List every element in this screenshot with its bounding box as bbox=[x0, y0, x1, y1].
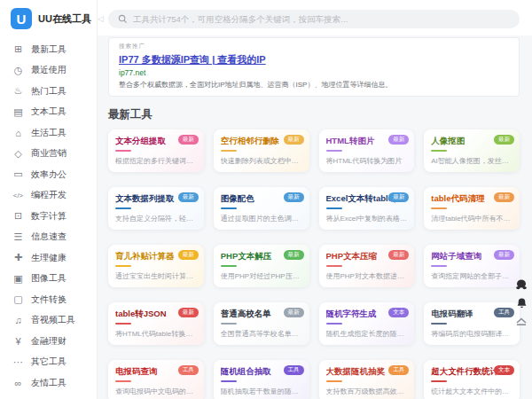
sidebar-item-office[interactable]: ▭效率办公 bbox=[0, 164, 97, 185]
service-widget-icon[interactable] bbox=[515, 279, 528, 290]
tool-card-desc: 通过提取图片的主色调，生... bbox=[221, 214, 302, 223]
tool-card-desc: 将HTML代码转换为图片 bbox=[326, 156, 408, 166]
sidebar-item-links[interactable]: ∞友情工具 bbox=[0, 372, 97, 394]
search-input[interactable] bbox=[133, 14, 510, 24]
search-icon bbox=[118, 14, 128, 24]
tool-card[interactable]: PHP文本压缩使用PHP对文本数据进行压...最新 bbox=[319, 245, 415, 287]
tool-card[interactable]: table代码清理清理table代码中所有不需要...最新 bbox=[424, 187, 520, 230]
briefcase-icon: ⌂ bbox=[12, 128, 24, 138]
status-badge: 最新 bbox=[388, 250, 409, 260]
sidebar-item-life[interactable]: ⌂生活工具 bbox=[0, 122, 97, 144]
status-badge: 工具 bbox=[494, 308, 514, 317]
sidebar-item-hot[interactable]: ♨热门工具 bbox=[0, 81, 97, 102]
sidebar-item-label: 编程开发 bbox=[31, 189, 66, 201]
tool-card[interactable]: Excel文本转table代码将从Excel中复制的表格快速...最新 bbox=[319, 187, 415, 230]
notification-bell-icon[interactable] bbox=[516, 297, 528, 309]
title-underline bbox=[221, 380, 237, 382]
tool-card-title: 育儿补贴计算器 bbox=[115, 251, 184, 262]
tool-card[interactable]: 育儿补贴计算器通过宝宝出生时间计算可领...最新 bbox=[108, 245, 204, 287]
title-underline bbox=[326, 265, 342, 267]
sidebar-item-fileconv[interactable]: ▢文件转换 bbox=[0, 289, 97, 310]
tool-card-title: 电报码查询 bbox=[115, 366, 184, 378]
sidebar-item-info[interactable]: ☰信息速查 bbox=[0, 227, 97, 248]
tool-card-desc: 根据指定的多行关键词模式... bbox=[115, 156, 197, 166]
sidebar-item-marketing[interactable]: ◇商业营销 bbox=[0, 144, 97, 165]
diamond-icon: ◇ bbox=[12, 148, 24, 160]
tool-card-desc: 将编码后的电报码翻译还原... bbox=[431, 329, 512, 339]
link-icon: ∞ bbox=[12, 378, 24, 388]
tool-card[interactable]: 人像抠图AI智能人像抠图，发丝级精...最新 bbox=[424, 129, 520, 172]
tool-card-desc: 查询电报码中文电码的编码... bbox=[115, 387, 197, 396]
search-bar[interactable] bbox=[108, 10, 520, 28]
status-badge: 最新 bbox=[178, 250, 199, 260]
tool-card[interactable]: 电报码翻译将编码后的电报码翻译还原...工具 bbox=[424, 302, 520, 345]
sidebar-item-text[interactable]: ▤文本工具 bbox=[0, 102, 97, 123]
tool-card-desc: 将HTML代码table转换为JS... bbox=[115, 329, 197, 339]
sidebar-item-label: 文件转换 bbox=[31, 293, 66, 306]
tool-card[interactable]: 随机组合抽取随机抽取若干数量的随机组...工具 bbox=[214, 360, 309, 399]
sidebar-item-label: 图像工具 bbox=[31, 272, 66, 285]
sidebar-collapse-icon[interactable]: ◁ bbox=[98, 14, 104, 23]
status-badge: 最新 bbox=[494, 135, 514, 145]
sidebar-item-media[interactable]: ♫音视频工具 bbox=[0, 310, 97, 332]
title-underline bbox=[431, 380, 447, 382]
tool-card[interactable]: 超大文件行数统计统计超大文本文件中的总行数文本 bbox=[424, 360, 520, 399]
sidebar-item-coding[interactable]: </>编程开发 bbox=[0, 185, 97, 207]
status-badge: 工具 bbox=[388, 365, 409, 375]
tool-card-title: Excel文本转table代码 bbox=[326, 193, 395, 205]
sponsored-result-card: 搜索推广 IP77 多数据源IP查询 | 查看我的IP ip77.net 整合多… bbox=[108, 37, 520, 97]
title-underline bbox=[221, 323, 237, 325]
ad-description: 整合多个权威数据源，全面对比IP地址归属地、运营商（ISP）、地理位置等详细信息… bbox=[119, 80, 509, 90]
tool-card[interactable]: 随机字符生成随机生成指定长度的随机字...文本 bbox=[319, 302, 415, 345]
tool-card-title: 人像抠图 bbox=[431, 136, 500, 147]
section-title-latest-tools: 最新工具 bbox=[108, 107, 532, 122]
fire-icon: ♨ bbox=[12, 85, 24, 97]
sidebar-item-label: 最新工具 bbox=[31, 43, 66, 56]
title-underline bbox=[115, 265, 131, 267]
tool-card[interactable]: table转JSON将HTML代码table转换为JS...最新 bbox=[108, 302, 204, 345]
folder-icon: ▢ bbox=[12, 293, 24, 305]
sidebar-item-math[interactable]: ⊡数字计算 bbox=[0, 206, 97, 227]
sidebar-item-finance[interactable]: ¥金融理财 bbox=[0, 331, 97, 352]
tool-card-title: 超大文件行数统计 bbox=[431, 366, 500, 378]
sidebar-item-recent[interactable]: ◷最近使用 bbox=[0, 60, 97, 82]
tool-card[interactable]: 电报码查询查询电报码中文电码的编码...工具 bbox=[108, 360, 204, 399]
clock-icon: ◷ bbox=[12, 65, 24, 76]
sidebar-item-other[interactable]: ⋯其它工具 bbox=[0, 352, 97, 373]
sidebar-item-latest[interactable]: ⊞最新工具 bbox=[0, 39, 97, 60]
status-badge: 最新 bbox=[284, 192, 304, 202]
tool-card[interactable]: 大数据随机抽奖支持数百万级数据高效随机...工具 bbox=[319, 360, 415, 399]
title-underline bbox=[115, 323, 131, 325]
status-badge: 最新 bbox=[284, 135, 304, 145]
document-icon: ▤ bbox=[12, 106, 24, 118]
monitor-icon: ▭ bbox=[12, 168, 24, 180]
tool-card[interactable]: 空行相邻行删除快速删除列表或文档中空行...最新 bbox=[214, 129, 309, 172]
tool-card-title: table代码清理 bbox=[431, 193, 500, 205]
status-badge: 工具 bbox=[284, 365, 304, 375]
back-to-top-icon[interactable] bbox=[515, 317, 528, 325]
status-badge: 最新 bbox=[284, 308, 304, 317]
tool-card[interactable]: 文本分组提取根据指定的多行关键词模式...最新 bbox=[108, 129, 204, 172]
sidebar-item-label: 友情工具 bbox=[31, 377, 66, 389]
tool-card-desc: 快速删除列表或文档中空行... bbox=[221, 156, 302, 166]
sidebar-item-label: 商业营销 bbox=[31, 147, 66, 160]
tool-card[interactable]: PHP文本解压使用PHP对经过PHP压缩后...最新 bbox=[214, 245, 309, 287]
sidebar-item-label: 金融理财 bbox=[31, 335, 66, 348]
tool-card-grid: 文本分组提取根据指定的多行关键词模式...最新 空行相邻行删除快速删除列表或文档… bbox=[108, 129, 520, 399]
sidebar-item-health[interactable]: ✚生理健康 bbox=[0, 247, 97, 269]
tool-card[interactable]: 文本数据列提取支持自定义分隔符，轻松提...最新 bbox=[108, 187, 204, 230]
ad-title-link[interactable]: IP77 多数据源IP查询 | 查看我的IP bbox=[119, 53, 266, 66]
ellipsis-icon: ⋯ bbox=[12, 356, 24, 368]
tool-card[interactable]: 普通高校名单全国普通高等学校名单大全最新 bbox=[214, 302, 309, 345]
sidebar-item-image[interactable]: ▣图像工具 bbox=[0, 269, 97, 290]
title-underline bbox=[326, 323, 342, 325]
tool-card-title: PHP文本压缩 bbox=[326, 251, 395, 262]
sidebar-item-label: 信息速查 bbox=[31, 231, 66, 243]
tool-card[interactable]: 网站子域查询查询指定网站的全部子域名最新 bbox=[424, 245, 520, 287]
sidebar: U UU在线工具 ◁ ⊞最新工具 ◷最近使用 ♨热门工具 ▤文本工具 ⌂生活工具… bbox=[0, 0, 98, 399]
tool-card[interactable]: HTML转图片将HTML代码转换为图片最新 bbox=[319, 129, 415, 172]
tool-card[interactable]: 图像配色通过提取图片的主色调，生...最新 bbox=[214, 187, 309, 230]
status-badge: 文本 bbox=[388, 308, 409, 317]
title-underline bbox=[431, 265, 447, 267]
grid-icon: ⊞ bbox=[12, 43, 24, 55]
